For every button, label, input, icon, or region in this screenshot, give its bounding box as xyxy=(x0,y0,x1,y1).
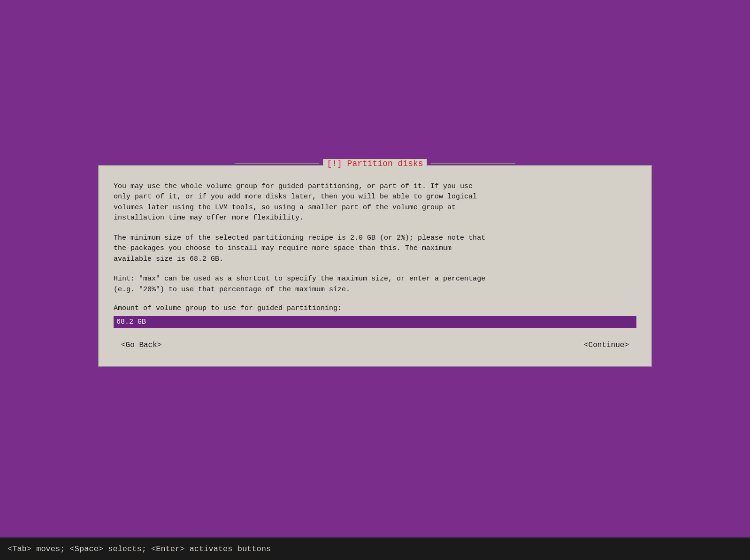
title-line-left xyxy=(235,163,319,164)
paragraph1: You may use the whole volume group for g… xyxy=(114,182,636,224)
bottom-bar-text: <Tab> moves; <Space> selects; <Enter> ac… xyxy=(8,545,271,553)
paragraph2: The minimum size of the selected partiti… xyxy=(114,233,636,265)
volume-size-input[interactable] xyxy=(114,316,636,328)
input-label: Amount of volume group to use for guided… xyxy=(114,304,636,312)
paragraph3: Hint: "max" can be used as a shortcut to… xyxy=(114,274,636,295)
buttons-row: <Go Back> <Continue> xyxy=(114,339,636,351)
continue-button[interactable]: <Continue> xyxy=(580,339,633,351)
screen: [!] Partition disks You may use the whol… xyxy=(0,0,750,560)
title-line-right xyxy=(431,163,515,164)
dialog-wrapper: [!] Partition disks You may use the whol… xyxy=(98,165,652,367)
bottom-bar: <Tab> moves; <Space> selects; <Enter> ac… xyxy=(0,537,750,560)
go-back-button[interactable]: <Go Back> xyxy=(117,339,165,351)
dialog-title: [!] Partition disks xyxy=(323,159,427,168)
dialog-title-bar: [!] Partition disks xyxy=(235,159,515,168)
dialog-content: You may use the whole volume group for g… xyxy=(114,182,636,352)
dialog: [!] Partition disks You may use the whol… xyxy=(98,165,652,367)
input-section: Amount of volume group to use for guided… xyxy=(114,304,636,328)
